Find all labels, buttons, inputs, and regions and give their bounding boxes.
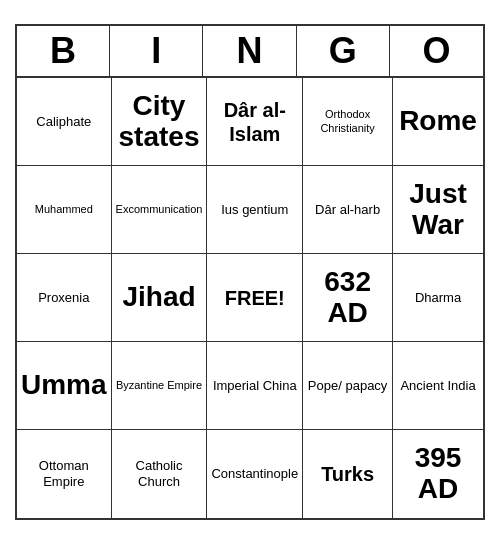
header-letter: I <box>110 26 203 76</box>
header-letter: B <box>17 26 110 76</box>
bingo-cell: Turks <box>303 430 393 518</box>
bingo-cell: 632 AD <box>303 254 393 342</box>
bingo-cell: Pope/ papacy <box>303 342 393 430</box>
bingo-cell: Rome <box>393 78 483 166</box>
bingo-cell: Umma <box>17 342 112 430</box>
header-letter: N <box>203 26 296 76</box>
header-letter: G <box>297 26 390 76</box>
bingo-cell: Caliphate <box>17 78 112 166</box>
bingo-cell: FREE! <box>207 254 303 342</box>
bingo-cell: Orthodox Christianity <box>303 78 393 166</box>
bingo-card: BINGO CaliphateCity statesDâr al-IslamOr… <box>15 24 485 520</box>
bingo-cell: Just War <box>393 166 483 254</box>
bingo-cell: 395 AD <box>393 430 483 518</box>
bingo-cell: Ius gentium <box>207 166 303 254</box>
bingo-header: BINGO <box>17 26 483 78</box>
bingo-grid: CaliphateCity statesDâr al-IslamOrthodox… <box>17 78 483 518</box>
bingo-cell: Dâr al-harb <box>303 166 393 254</box>
bingo-cell: Catholic Church <box>112 430 208 518</box>
header-letter: O <box>390 26 483 76</box>
bingo-cell: City states <box>112 78 208 166</box>
bingo-cell: Imperial China <box>207 342 303 430</box>
bingo-cell: Ottoman Empire <box>17 430 112 518</box>
bingo-cell: Dâr al-Islam <box>207 78 303 166</box>
bingo-cell: Proxenia <box>17 254 112 342</box>
bingo-cell: Ancient India <box>393 342 483 430</box>
bingo-cell: Dharma <box>393 254 483 342</box>
bingo-cell: Constantinople <box>207 430 303 518</box>
bingo-cell: Excommunication <box>112 166 208 254</box>
bingo-cell: Muhammed <box>17 166 112 254</box>
bingo-cell: Jihad <box>112 254 208 342</box>
bingo-cell: Byzantine Empire <box>112 342 208 430</box>
